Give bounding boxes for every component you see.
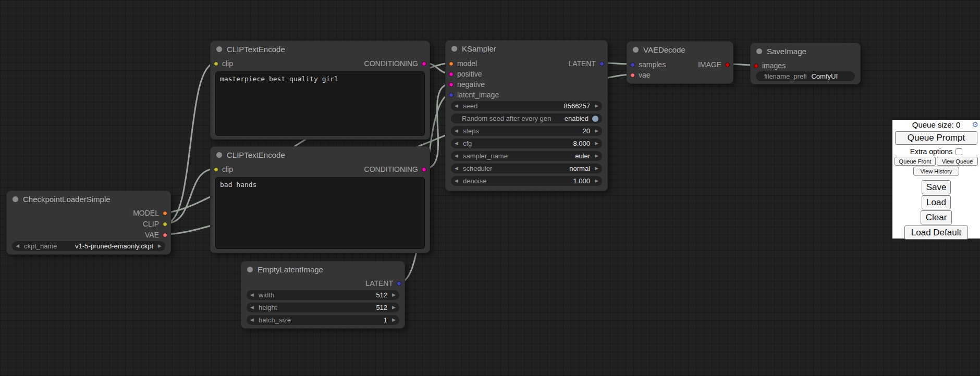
widget-denoise[interactable]: ◀ denoise 1.000 ▶ — [451, 176, 602, 186]
next-arrow-icon[interactable]: ▶ — [158, 244, 162, 248]
node-clip-text-encode-negative[interactable]: CLIPTextEncode clip CONDITIONING bad han… — [210, 146, 430, 253]
queue-prompt-button[interactable]: Queue Prompt — [895, 131, 977, 145]
collapse-dot[interactable] — [216, 46, 222, 52]
input-dot-images[interactable] — [754, 64, 758, 68]
collapse-dot[interactable] — [756, 48, 762, 54]
increment-arrow-icon[interactable]: ▶ — [595, 141, 598, 146]
node-title-bar[interactable]: CheckpointLoaderSimple — [7, 191, 170, 207]
node-checkpoint-loader[interactable]: CheckpointLoaderSimple MODEL CLIP VAE ◀ … — [6, 191, 171, 255]
node-title-bar[interactable]: EmptyLatentImage — [241, 261, 405, 277]
increment-arrow-icon[interactable]: ▶ — [392, 305, 396, 310]
prev-arrow-icon[interactable]: ◀ — [455, 154, 458, 158]
decrement-arrow-icon[interactable]: ◀ — [455, 129, 458, 133]
node-ksampler[interactable]: KSampler model LATENT positive negative … — [445, 40, 608, 191]
output-slot-model[interactable]: MODEL — [133, 208, 167, 218]
output-dot-clip[interactable] — [163, 222, 167, 227]
view-queue-button[interactable]: View Queue — [937, 157, 978, 166]
input-slot-model[interactable]: model — [449, 58, 477, 69]
widget-height[interactable]: ◀ height 512 ▶ — [247, 303, 399, 312]
prompt-textarea-positive[interactable]: masterpiece best quality girl — [215, 71, 425, 136]
node-graph-canvas[interactable]: CheckpointLoaderSimple MODEL CLIP VAE ◀ … — [0, 0, 980, 376]
prev-arrow-icon[interactable]: ◀ — [455, 166, 458, 171]
output-dot-conditioning[interactable] — [422, 61, 426, 66]
toggle-indicator-dot[interactable] — [592, 116, 598, 122]
decrement-arrow-icon[interactable]: ◀ — [250, 293, 254, 297]
output-slot-clip[interactable]: CLIP — [143, 219, 167, 229]
input-dot-samples[interactable] — [630, 62, 635, 67]
output-slot-vae[interactable]: VAE — [145, 230, 167, 240]
input-dot-latent-image[interactable] — [449, 93, 454, 97]
widget-scheduler[interactable]: ◀ scheduler normal ▶ — [451, 164, 602, 173]
increment-arrow-icon[interactable]: ▶ — [595, 129, 598, 133]
extra-options-checkbox[interactable] — [956, 148, 962, 155]
input-slot-images[interactable]: images — [754, 60, 786, 71]
save-button[interactable]: Save — [922, 180, 951, 194]
load-default-button[interactable]: Load Default — [904, 225, 968, 240]
widget-random-seed-toggle[interactable]: Random seed after every gen enabled — [451, 114, 602, 123]
prompt-textarea-negative[interactable]: bad hands — [215, 177, 425, 249]
widget-width[interactable]: ◀ width 512 ▶ — [247, 290, 399, 300]
input-dot-negative[interactable] — [449, 82, 454, 87]
output-dot-conditioning[interactable] — [422, 167, 426, 172]
node-title-bar[interactable]: SaveImage — [751, 43, 860, 59]
node-title-bar[interactable]: VAEDecode — [627, 42, 733, 57]
node-empty-latent-image[interactable]: EmptyLatentImage LATENT ◀ width 512 ▶ ◀ … — [241, 261, 405, 329]
input-slot-negative[interactable]: negative — [449, 79, 485, 90]
output-dot-model[interactable] — [163, 211, 167, 216]
queue-front-button[interactable]: Queue Front — [895, 157, 936, 166]
input-slot-clip[interactable]: clip — [214, 58, 233, 69]
input-slot-vae[interactable]: vae — [630, 70, 651, 80]
decrement-arrow-icon[interactable]: ◀ — [250, 318, 254, 322]
increment-arrow-icon[interactable]: ▶ — [392, 293, 396, 297]
output-dot-image[interactable] — [725, 62, 730, 67]
widget-sampler-name[interactable]: ◀ sampler_name euler ▶ — [451, 151, 602, 161]
input-dot-clip[interactable] — [214, 167, 218, 172]
collapse-dot[interactable] — [451, 46, 457, 52]
node-save-image[interactable]: SaveImage images filename_prefix ComfyUI — [750, 43, 861, 84]
increment-arrow-icon[interactable]: ▶ — [595, 179, 598, 183]
prev-arrow-icon[interactable]: ◀ — [16, 244, 19, 248]
node-title-bar[interactable]: CLIPTextEncode — [211, 147, 430, 162]
widget-filename-prefix[interactable]: filename_prefix ComfyUI — [756, 71, 855, 81]
input-slot-samples[interactable]: samples — [630, 59, 666, 70]
collapse-dot[interactable] — [633, 47, 639, 53]
output-slot-conditioning[interactable]: CONDITIONING — [364, 164, 426, 174]
output-slot-image[interactable]: IMAGE — [698, 59, 730, 70]
node-title-bar[interactable]: CLIPTextEncode — [211, 41, 430, 57]
output-slot-latent[interactable]: LATENT — [365, 278, 401, 289]
clear-button[interactable]: Clear — [921, 210, 952, 224]
decrement-arrow-icon[interactable]: ◀ — [455, 179, 458, 183]
settings-gear-icon[interactable]: ⚙ — [972, 120, 978, 129]
output-dot-latent[interactable] — [599, 61, 604, 66]
input-dot-vae[interactable] — [630, 73, 635, 78]
input-dot-positive[interactable] — [449, 72, 454, 77]
collapse-dot[interactable] — [13, 196, 18, 202]
input-slot-clip[interactable]: clip — [214, 164, 233, 174]
node-clip-text-encode-positive[interactable]: CLIPTextEncode clip CONDITIONING masterp… — [210, 41, 430, 140]
widget-cfg[interactable]: ◀ cfg 8.000 ▶ — [451, 139, 602, 148]
collapse-dot[interactable] — [216, 152, 222, 158]
output-slot-conditioning[interactable]: CONDITIONING — [364, 58, 426, 69]
output-slot-latent[interactable]: LATENT — [568, 58, 604, 69]
node-vae-decode[interactable]: VAEDecode samples IMAGE vae — [627, 41, 733, 84]
input-dot-clip[interactable] — [214, 61, 218, 66]
widget-steps[interactable]: ◀ steps 20 ▶ — [451, 126, 602, 136]
widget-seed[interactable]: ◀ seed 8566257 ▶ — [451, 101, 602, 111]
input-slot-positive[interactable]: positive — [449, 69, 482, 79]
next-arrow-icon[interactable]: ▶ — [595, 154, 598, 158]
load-button[interactable]: Load — [922, 195, 951, 209]
increment-arrow-icon[interactable]: ▶ — [595, 104, 598, 108]
input-slot-latent-image[interactable]: latent_image — [449, 90, 499, 100]
output-dot-latent[interactable] — [397, 281, 401, 286]
output-dot-vae[interactable] — [163, 233, 167, 237]
increment-arrow-icon[interactable]: ▶ — [392, 318, 396, 322]
decrement-arrow-icon[interactable]: ◀ — [455, 141, 458, 146]
node-title-bar[interactable]: KSampler — [446, 41, 607, 56]
decrement-arrow-icon[interactable]: ◀ — [455, 104, 458, 108]
widget-ckpt-name[interactable]: ◀ ckpt_name v1-5-pruned-emaonly.ckpt ▶ — [12, 241, 165, 251]
view-history-button[interactable]: View History — [913, 167, 959, 176]
input-dot-model[interactable] — [449, 61, 454, 66]
next-arrow-icon[interactable]: ▶ — [595, 166, 598, 171]
widget-batch-size[interactable]: ◀ batch_size 1 ▶ — [247, 315, 399, 325]
decrement-arrow-icon[interactable]: ◀ — [250, 305, 254, 310]
